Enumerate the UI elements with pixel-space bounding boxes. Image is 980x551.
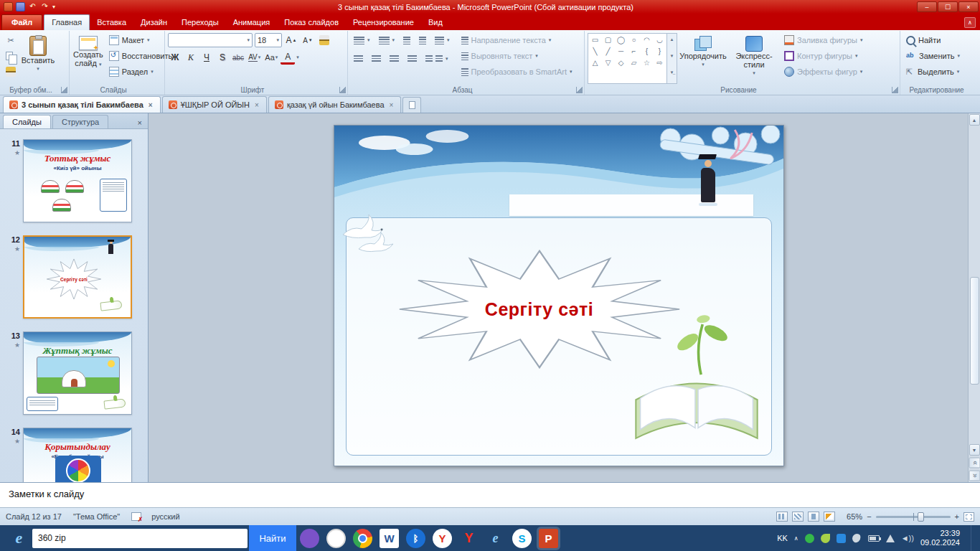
taskbar-search-input[interactable]: 360 zip <box>32 529 248 548</box>
gallery-up-icon[interactable]: ▲ <box>667 34 677 50</box>
shape-effects-button[interactable]: Эффекты фигур▾ <box>781 65 866 79</box>
scrollbar-thumb[interactable] <box>970 277 979 385</box>
powerpoint-taskbar-icon[interactable]: P <box>539 529 558 548</box>
tab-view[interactable]: Вид <box>421 15 450 30</box>
shape-icon[interactable]: ▭ <box>589 34 601 45</box>
slide-sorter-view-icon[interactable] <box>792 512 804 522</box>
cloud-tray-icon[interactable] <box>837 534 846 543</box>
minimize-button[interactable]: – <box>917 1 937 12</box>
shape-icon[interactable]: ☆ <box>641 57 653 68</box>
strikethrough-button[interactable]: abc <box>231 50 245 65</box>
reading-view-icon[interactable] <box>808 512 819 522</box>
arrange-button[interactable]: Упорядочить ▾ <box>679 33 727 84</box>
zoom-out-icon[interactable]: − <box>867 512 871 521</box>
slide-thumb-12-selected[interactable]: 12★ Сергіту сәті <box>4 235 148 319</box>
zoom-slider-thumb[interactable] <box>918 512 924 522</box>
align-left-button[interactable] <box>351 52 366 66</box>
zoom-in-icon[interactable]: + <box>955 512 959 521</box>
gallery-more-icon[interactable]: ▼̲ <box>667 67 677 83</box>
maximize-button[interactable]: ☐ <box>938 1 958 12</box>
format-painter-button[interactable] <box>3 65 17 79</box>
internet-explorer-icon[interactable]: e <box>486 529 505 548</box>
underline-button[interactable]: Ч <box>199 50 214 65</box>
volume-icon[interactable]: ◄)) <box>901 534 914 542</box>
spellcheck-icon[interactable] <box>131 512 141 521</box>
bullets-button[interactable]: ▾ <box>351 33 373 47</box>
align-center-button[interactable] <box>369 52 384 66</box>
tab-home[interactable]: Главная <box>44 14 90 30</box>
shapes-gallery[interactable]: ▭ ▢ ◯ ○ ◠ ◡ ╲ ╱ ─ ⌐ { } △ ▽ ◇ <box>588 33 667 84</box>
play-animations-icon[interactable]: ★ <box>14 149 20 156</box>
character-spacing-button[interactable]: AV▾ <box>247 50 262 65</box>
current-slide[interactable]: Сергіту сәті <box>334 125 784 466</box>
skype-icon[interactable]: S <box>512 529 532 548</box>
battery-icon[interactable] <box>868 535 880 542</box>
align-right-button[interactable] <box>387 52 402 66</box>
zoom-slider[interactable] <box>876 516 951 518</box>
document-tab-3[interactable]: қазақ үй ойын Бакимбаева × <box>268 96 402 113</box>
shape-outline-button[interactable]: Контур фигуры▾ <box>781 49 866 63</box>
shape-icon[interactable]: ▱ <box>628 57 640 68</box>
shape-icon[interactable]: ◇ <box>615 57 627 68</box>
shape-icon[interactable]: } <box>654 46 666 57</box>
tab-review[interactable]: Рецензирование <box>346 15 421 30</box>
shape-fill-button[interactable]: Заливка фигуры▾ <box>781 33 866 47</box>
save-icon[interactable] <box>16 2 25 11</box>
antivirus-tray-icon[interactable] <box>805 534 814 543</box>
close-tab-icon[interactable]: × <box>253 101 260 109</box>
font-name-combo[interactable]: ▾ <box>168 33 253 47</box>
panel-tab-slides[interactable]: Слайды <box>3 115 51 128</box>
yandex-browser-icon[interactable]: Y <box>433 529 452 548</box>
next-slide-button[interactable]: « <box>969 471 980 481</box>
redo-icon[interactable]: ↷ <box>40 2 50 11</box>
convert-smartart-button[interactable]: Преобразовать в SmartArt▾ <box>458 65 575 79</box>
fit-to-window-icon[interactable] <box>963 512 974 522</box>
shape-icon[interactable]: ○ <box>628 34 640 45</box>
numbering-button[interactable]: ▾ <box>376 33 398 47</box>
panel-tab-outline[interactable]: Структура <box>52 115 108 128</box>
shape-icon[interactable]: △ <box>589 57 601 68</box>
play-animations-icon[interactable]: ★ <box>14 245 20 253</box>
tab-animations[interactable]: Анимация <box>226 15 278 30</box>
select-button[interactable]: ⇱Выделить▾ <box>903 65 977 79</box>
clear-formatting-button[interactable] <box>317 33 331 47</box>
white-circle-app-icon[interactable] <box>326 529 346 548</box>
dialog-launcher-icon[interactable] <box>892 87 898 93</box>
undo-icon[interactable]: ↶ <box>28 2 37 11</box>
collapse-ribbon-icon[interactable]: ∧ <box>964 17 976 28</box>
close-panel-icon[interactable]: × <box>135 117 145 128</box>
font-color-caret-icon[interactable]: ▾ <box>296 55 299 60</box>
show-desktop-button[interactable] <box>971 525 974 551</box>
text-shadow-button[interactable]: S <box>215 50 230 65</box>
moon-tray-icon[interactable] <box>852 534 862 543</box>
increase-indent-button[interactable] <box>416 33 429 47</box>
columns-button[interactable]: ▾ <box>423 52 451 66</box>
shape-icon[interactable]: ⌐ <box>628 46 640 57</box>
replace-button[interactable]: abЗаменить▾ <box>903 49 977 63</box>
slide-editor-area[interactable]: Сергіту сәті ▲ ▼ « « <box>149 113 980 482</box>
tab-file[interactable]: Файл <box>1 14 42 30</box>
font-color-button[interactable]: А <box>281 50 295 65</box>
change-case-button[interactable]: Аа▾ <box>263 50 279 65</box>
new-slide-button[interactable]: Создать слайд ▾ <box>72 33 104 84</box>
yandex-icon[interactable]: Y <box>459 529 479 548</box>
notes-placeholder[interactable]: Заметки к слайду <box>9 489 84 499</box>
previous-slide-button[interactable]: « <box>969 458 980 468</box>
clock[interactable]: 23:39 09.02.2024 <box>920 529 964 547</box>
theme-name[interactable]: "Тема Office" <box>73 512 120 521</box>
close-tab-icon[interactable]: × <box>147 101 154 109</box>
play-animations-icon[interactable]: ★ <box>14 438 20 445</box>
dialog-launcher-icon[interactable] <box>61 87 67 93</box>
scroll-down-icon[interactable]: ▼ <box>969 444 980 456</box>
dialog-launcher-icon[interactable] <box>339 87 346 93</box>
document-tab-1[interactable]: 3 сынып қазақ тілі Бакимбаева × <box>3 96 161 113</box>
decrease-indent-button[interactable] <box>400 33 413 47</box>
show-hidden-icons-chevron[interactable]: ∧ <box>794 535 798 542</box>
shape-icon[interactable]: ◠ <box>641 34 653 45</box>
shape-icon[interactable]: ◡ <box>654 34 666 45</box>
align-text-button[interactable]: Выровнять текст▾ <box>458 49 575 63</box>
document-tab-2[interactable]: ҰШҚЫР ОЙ ОЙЫН × <box>162 96 267 113</box>
shape-icon[interactable]: ─ <box>615 46 627 57</box>
play-animations-icon[interactable]: ★ <box>14 342 20 349</box>
tab-insert[interactable]: Вставка <box>90 15 133 30</box>
